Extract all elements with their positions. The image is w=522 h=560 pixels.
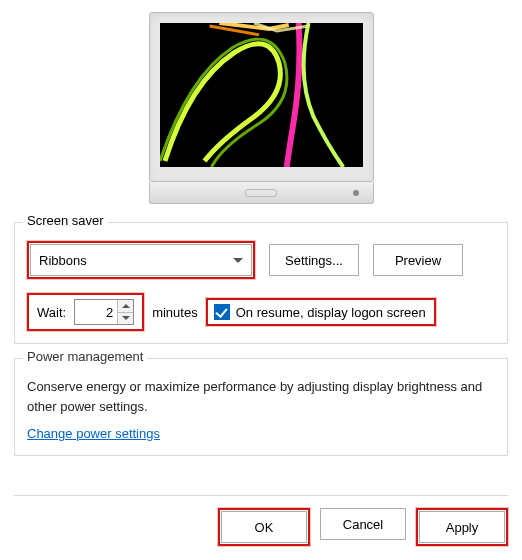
power-management-title: Power management (23, 349, 147, 364)
apply-button[interactable]: Apply (419, 511, 505, 543)
ribbons-preview-icon (160, 23, 363, 167)
wait-label: Wait: (37, 305, 66, 320)
highlight-box: Apply (416, 508, 508, 546)
monitor-screen (160, 23, 363, 167)
screensaver-dropdown[interactable]: Ribbons (30, 244, 252, 276)
power-management-text: Conserve energy or maximize performance … (27, 377, 495, 416)
resume-checkbox[interactable] (214, 304, 230, 320)
highlight-box: Ribbons (27, 241, 255, 279)
monitor-base (149, 182, 374, 204)
chevron-down-icon (122, 316, 130, 320)
wait-spinner-up[interactable] (118, 300, 133, 313)
screensaver-dropdown-value: Ribbons (39, 253, 87, 268)
screensaver-group-title: Screen saver (23, 213, 108, 228)
resume-checkbox-label: On resume, display logon screen (236, 305, 426, 320)
screensaver-group: Screen saver Ribbons Settings... Preview… (14, 222, 508, 344)
wait-spinner-down[interactable] (118, 313, 133, 325)
monitor-frame (149, 12, 374, 204)
highlight-box: OK (218, 508, 310, 546)
screensaver-preview (14, 12, 508, 204)
minutes-label: minutes (152, 305, 198, 320)
monitor-bezel (149, 12, 374, 182)
power-management-group: Power management Conserve energy or maxi… (14, 358, 508, 456)
wait-spinner[interactable] (74, 299, 134, 325)
chevron-up-icon (122, 304, 130, 308)
preview-button[interactable]: Preview (373, 244, 463, 276)
change-power-settings-link[interactable]: Change power settings (27, 426, 160, 441)
highlight-box: Wait: (27, 293, 144, 331)
chevron-down-icon (233, 258, 243, 263)
footer-buttons: OK Cancel Apply (14, 495, 508, 546)
wait-input[interactable] (75, 300, 117, 324)
highlight-box: On resume, display logon screen (206, 298, 436, 326)
cancel-button[interactable]: Cancel (320, 508, 406, 540)
ok-button[interactable]: OK (221, 511, 307, 543)
settings-button[interactable]: Settings... (269, 244, 359, 276)
